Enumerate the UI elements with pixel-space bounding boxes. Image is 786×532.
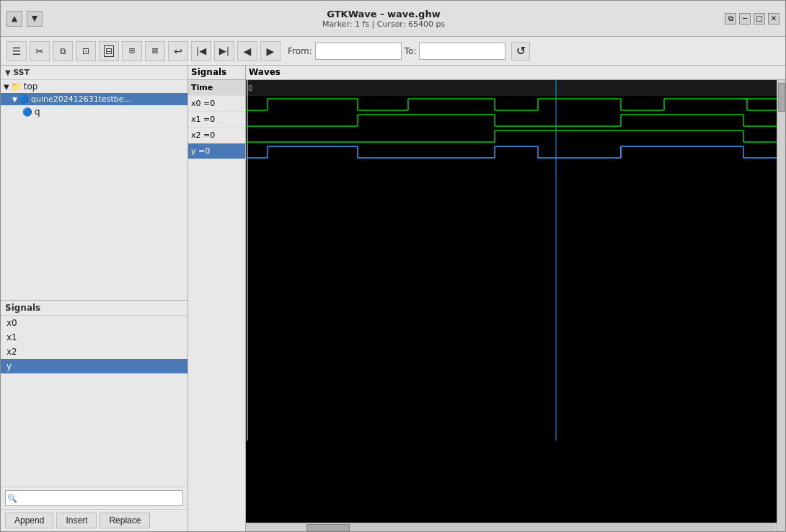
window-title: GTKWave - wave.ghw — [43, 9, 725, 19]
collapse-btn[interactable]: ▲ — [6, 11, 22, 27]
svg-text:0: 0 — [248, 84, 252, 92]
cut-btn[interactable]: ✂ — [30, 41, 50, 61]
scrollbar-thumb[interactable] — [306, 524, 350, 531]
replace-button[interactable]: Replace — [100, 513, 150, 528]
x1-wave-label: x1 =0 — [191, 115, 215, 124]
waves-svg: 0 — [246, 80, 777, 523]
title-bar-center: GTKWave - wave.ghw Marker: 1 fs | Cursor… — [43, 9, 725, 29]
from-to-group: From: 0 sec To: 80 ns — [288, 43, 505, 60]
vscroll-thumb[interactable] — [778, 83, 785, 112]
refresh-icon: ↺ — [516, 44, 526, 58]
scrollbar-track[interactable] — [306, 524, 774, 531]
q-signal-icon: 🔵 — [22, 107, 32, 117]
tree-item-testbench[interactable]: ▼ 🔵 quine202412631testbe... — [1, 93, 187, 105]
horizontal-scrollbar[interactable] — [246, 523, 777, 531]
sst-label: SST — [13, 68, 30, 77]
signal-item-y[interactable]: y — [1, 359, 187, 373]
main-area: ▼ SST ▼ 📁 top ▼ 🔵 quine202412631testbe..… — [1, 66, 785, 531]
x0-wave — [246, 99, 777, 110]
tree-item-top-label: top — [24, 81, 38, 92]
tree-item-q[interactable]: 🔵 q — [1, 105, 187, 118]
signal-row-x2[interactable]: x2 =0 — [188, 128, 245, 143]
signal-item-x2[interactable]: x2 — [1, 345, 187, 359]
undo-icon: ↩ — [174, 45, 182, 57]
testbench-expand-icon: ▼ — [12, 96, 17, 103]
signal-row-time: Time — [188, 80, 245, 96]
top-expand-icon: ▼ — [4, 83, 9, 91]
goto-start-btn[interactable]: |◀ — [191, 41, 211, 61]
svg-rect-0 — [246, 80, 777, 96]
prev-icon: ◀ — [244, 45, 252, 57]
signal-row-y[interactable]: y =0 — [188, 143, 245, 159]
vertical-scrollbar[interactable] — [777, 80, 785, 531]
sst-collapse-icon: ▼ — [5, 68, 13, 76]
main-window: ▲ ▼ GTKWave - wave.ghw Marker: 1 fs | Cu… — [0, 0, 786, 532]
menu-btn[interactable]: ☰ — [6, 41, 27, 61]
goto-end-icon: ▶| — [219, 45, 229, 56]
refresh-btn[interactable]: ↺ — [511, 42, 530, 61]
paste-btn[interactable]: ⊡ — [76, 41, 96, 61]
zoom-select-btn[interactable]: ⊞ — [122, 41, 142, 61]
insert-button[interactable]: Insert — [56, 513, 97, 528]
tree-item-q-label: q — [35, 107, 40, 117]
signal-item-x1[interactable]: x1 — [1, 330, 187, 345]
search-bar — [1, 487, 187, 509]
waves-content: Time x0 =0 x1 =0 x2 =0 y =0 — [188, 80, 785, 531]
search-wrap — [5, 490, 183, 506]
y-wave — [246, 146, 777, 158]
x1-wave — [246, 115, 777, 126]
from-label: From: — [288, 46, 312, 56]
search-input[interactable] — [5, 490, 183, 506]
goto-end-btn[interactable]: ▶| — [214, 41, 234, 61]
waves-header: Signals Waves — [188, 66, 785, 80]
restore-btn[interactable]: ⧉ — [725, 13, 736, 25]
select-all-icon: ⊟ — [104, 45, 114, 57]
paste-icon: ⊡ — [82, 46, 89, 56]
title-bar-controls-left: ▲ ▼ — [6, 11, 43, 27]
sst-header: ▼ SST — [1, 66, 187, 80]
toolbar: ☰ ✂ ⧉ ⊡ ⊟ ⊞ ⊠ ↩ |◀ ▶| ◀ — [1, 37, 785, 66]
select-all-btn[interactable]: ⊟ — [99, 41, 119, 61]
bottom-buttons: Append Insert Replace — [1, 509, 187, 531]
signals-panel-header: Signals — [1, 301, 187, 316]
waves-area[interactable]: 0 — [246, 80, 777, 531]
next-icon: ▶ — [267, 45, 275, 57]
left-panel: ▼ SST ▼ 📁 top ▼ 🔵 quine202412631testbe..… — [1, 66, 188, 531]
signals-scrollbar-spacer — [246, 523, 304, 532]
undo-btn[interactable]: ↩ — [168, 41, 188, 61]
close-btn[interactable]: ✕ — [768, 13, 780, 25]
y-wave-label: y =0 — [191, 146, 210, 156]
sst-section: ▼ SST ▼ 📁 top ▼ 🔵 quine202412631testbe..… — [1, 66, 187, 301]
signal-row-x0[interactable]: x0 =0 — [188, 96, 245, 112]
signals-column: Time x0 =0 x1 =0 x2 =0 y =0 — [188, 80, 246, 531]
copy-icon: ⧉ — [60, 46, 66, 56]
prev-btn[interactable]: ◀ — [237, 41, 257, 61]
minimize-btn[interactable]: ─ — [739, 13, 751, 25]
copy-btn[interactable]: ⧉ — [53, 41, 73, 61]
zoom-select-icon: ⊞ — [128, 46, 135, 56]
zoom-fit-btn[interactable]: ⊠ — [145, 41, 165, 61]
header-waves: Waves — [246, 66, 785, 79]
tree-item-top[interactable]: ▼ 📁 top — [1, 80, 187, 93]
signal-row-x1[interactable]: x1 =0 — [188, 112, 245, 128]
maximize-btn[interactable]: □ — [754, 13, 765, 25]
cut-icon: ✂ — [35, 45, 44, 57]
waves-canvas: 0 — [246, 80, 777, 523]
tree-item-testbench-label: quine202412631testbe... — [31, 94, 131, 104]
expand-btn[interactable]: ▼ — [27, 11, 43, 27]
from-input[interactable]: 0 sec — [315, 43, 402, 60]
folder-icon: 📁 — [11, 81, 22, 92]
time-label: Time — [191, 83, 213, 92]
x0-wave-label: x0 =0 — [191, 99, 215, 108]
append-button[interactable]: Append — [5, 513, 53, 528]
to-input[interactable]: 80 ns — [419, 43, 505, 60]
signal-item-x0[interactable]: x0 — [1, 316, 187, 330]
next-btn[interactable]: ▶ — [260, 41, 281, 61]
header-signals: Signals — [188, 66, 246, 79]
signals-panel: Signals x0 x1 x2 y Append Insert Replace — [1, 301, 187, 531]
title-bar: ▲ ▼ GTKWave - wave.ghw Marker: 1 fs | Cu… — [1, 1, 785, 37]
zoom-fit-icon: ⊠ — [151, 46, 158, 56]
x2-wave — [246, 130, 777, 142]
goto-start-icon: |◀ — [196, 45, 206, 56]
right-panel: Signals Waves Time x0 =0 x1 =0 — [188, 66, 785, 531]
